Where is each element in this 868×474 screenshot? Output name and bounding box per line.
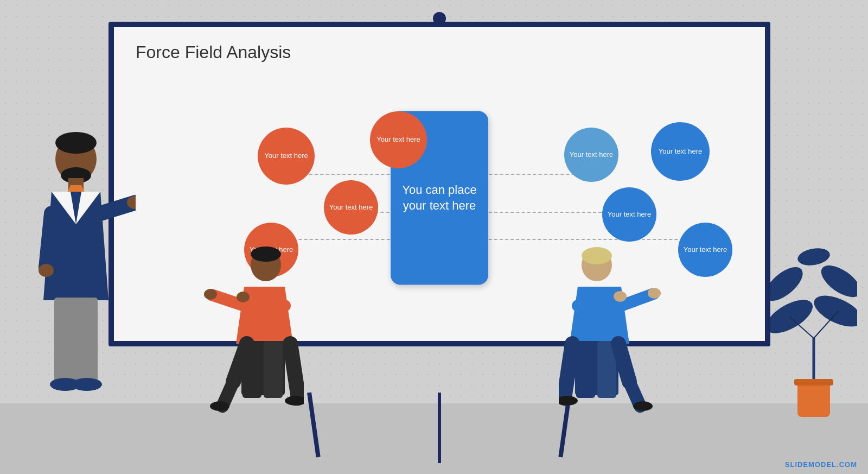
easel-knob [433,12,446,25]
svg-rect-48 [794,379,833,385]
decorative-plant [770,230,857,420]
svg-rect-13 [55,298,75,387]
svg-point-18 [251,247,281,262]
svg-rect-26 [264,341,283,398]
svg-point-11 [39,264,54,277]
svg-point-45 [559,396,578,406]
svg-line-27 [290,344,298,398]
svg-point-22 [204,289,217,300]
circle-right-1[interactable]: Your text here [564,128,618,182]
watermark: SLIDEMODEL.COM [785,460,857,469]
circle-left-3[interactable]: Your text here [324,180,378,235]
pusher-left-figure [195,246,304,409]
svg-point-16 [72,378,102,391]
svg-line-21 [244,298,285,306]
circle-left-1[interactable]: Your text here [258,128,315,185]
circle-left-2[interactable]: Your text here [370,111,427,168]
svg-point-31 [210,401,229,411]
svg-point-33 [582,247,612,264]
svg-point-37 [614,291,627,302]
svg-point-23 [237,292,250,302]
svg-line-42 [564,344,572,398]
svg-line-35 [578,298,618,306]
svg-point-54 [796,246,831,268]
svg-point-46 [633,401,653,411]
circle-right-2[interactable]: Your text here [651,122,710,181]
svg-point-50 [770,293,818,340]
circle-right-3[interactable]: Your text here [602,187,656,242]
presenter-figure [16,127,136,409]
svg-line-9 [46,213,52,268]
circle-right-4[interactable]: Your text here [678,223,732,277]
floor [0,403,868,474]
svg-point-38 [648,288,661,299]
easel-leg-back [438,393,441,463]
svg-rect-14 [77,298,97,387]
pusher-right-figure [559,246,667,409]
svg-rect-47 [797,382,830,417]
slide-title: Force Field Analysis [136,42,291,62]
svg-point-1 [55,132,97,154]
svg-point-30 [285,396,304,406]
